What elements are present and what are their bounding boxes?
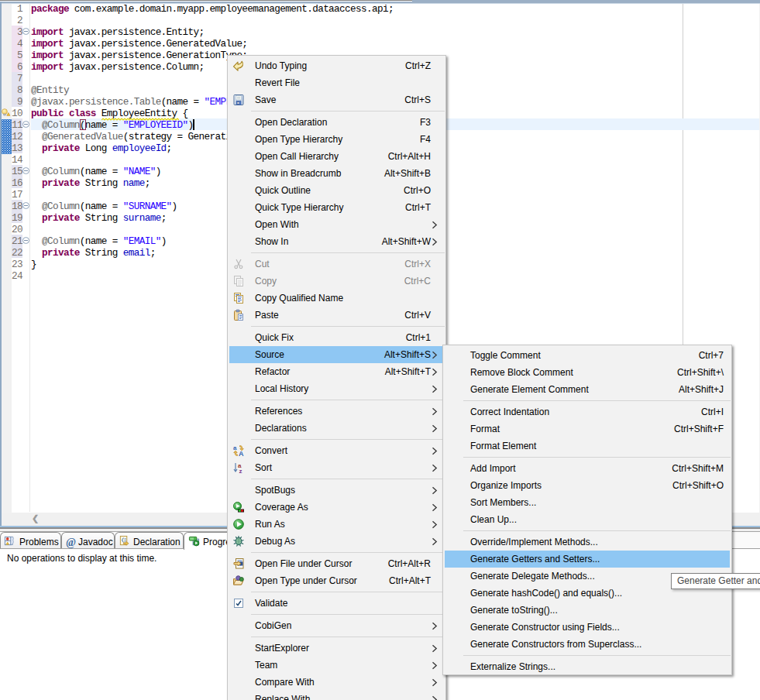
- svg-text:z: z: [239, 468, 242, 474]
- svg-text:a: a: [233, 444, 237, 451]
- svg-text:A: A: [239, 450, 244, 457]
